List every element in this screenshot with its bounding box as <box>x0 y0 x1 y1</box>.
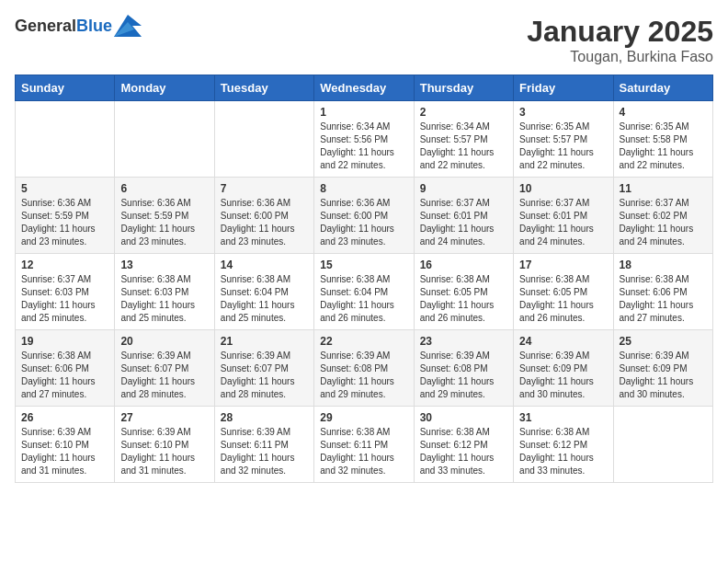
day-number: 16 <box>420 259 507 271</box>
day-number: 2 <box>420 106 507 119</box>
day-info: Sunrise: 6:37 AMSunset: 6:02 PMDaylight:… <box>620 197 707 248</box>
calendar-week-row: 12Sunrise: 6:37 AMSunset: 6:03 PMDayligh… <box>16 254 713 330</box>
day-number: 20 <box>120 335 208 348</box>
day-info: Sunrise: 6:37 AMSunset: 6:01 PMDaylight:… <box>420 197 507 248</box>
calendar-cell: 10Sunrise: 6:37 AMSunset: 6:01 PMDayligh… <box>514 178 613 254</box>
calendar-week-row: 1Sunrise: 6:34 AMSunset: 5:56 PMDaylight… <box>16 101 713 178</box>
day-number: 22 <box>320 335 407 348</box>
day-info: Sunrise: 6:39 AMSunset: 6:09 PMDaylight:… <box>519 350 607 401</box>
day-info: Sunrise: 6:36 AMSunset: 6:00 PMDaylight:… <box>221 197 308 248</box>
day-number: 11 <box>620 182 707 195</box>
day-of-week-header: Tuesday <box>214 75 313 101</box>
day-info: Sunrise: 6:37 AMSunset: 6:01 PMDaylight:… <box>519 197 607 248</box>
day-info: Sunrise: 6:36 AMSunset: 5:59 PMDaylight:… <box>120 197 208 248</box>
day-number: 23 <box>420 335 507 348</box>
calendar-cell: 28Sunrise: 6:39 AMSunset: 6:11 PMDayligh… <box>214 407 313 483</box>
day-info: Sunrise: 6:39 AMSunset: 6:10 PMDaylight:… <box>120 426 208 477</box>
day-number: 17 <box>519 259 607 271</box>
logo-blue: Blue <box>76 17 112 35</box>
day-info: Sunrise: 6:39 AMSunset: 6:07 PMDaylight:… <box>120 350 208 401</box>
calendar-cell: 22Sunrise: 6:39 AMSunset: 6:08 PMDayligh… <box>314 330 414 407</box>
logo-bird-icon <box>114 15 142 37</box>
day-number: 21 <box>221 335 308 348</box>
day-number: 6 <box>120 182 208 195</box>
calendar-cell: 30Sunrise: 6:38 AMSunset: 6:12 PMDayligh… <box>414 407 513 483</box>
calendar-cell: 20Sunrise: 6:39 AMSunset: 6:07 PMDayligh… <box>115 330 214 407</box>
calendar-table: SundayMondayTuesdayWednesdayThursdayFrid… <box>15 75 713 483</box>
day-number: 8 <box>320 182 407 195</box>
day-number: 5 <box>21 182 108 195</box>
calendar-cell <box>115 101 214 178</box>
calendar-cell: 14Sunrise: 6:38 AMSunset: 6:04 PMDayligh… <box>214 254 313 330</box>
day-number: 25 <box>620 335 707 348</box>
calendar-subtitle: Tougan, Burkina Faso <box>527 49 713 65</box>
day-info: Sunrise: 6:38 AMSunset: 6:05 PMDaylight:… <box>420 273 507 325</box>
calendar-cell: 26Sunrise: 6:39 AMSunset: 6:10 PMDayligh… <box>16 407 115 483</box>
day-info: Sunrise: 6:38 AMSunset: 6:05 PMDaylight:… <box>519 273 607 325</box>
calendar-cell: 12Sunrise: 6:37 AMSunset: 6:03 PMDayligh… <box>16 254 115 330</box>
day-info: Sunrise: 6:39 AMSunset: 6:11 PMDaylight:… <box>221 426 308 477</box>
calendar-cell: 9Sunrise: 6:37 AMSunset: 6:01 PMDaylight… <box>414 178 513 254</box>
day-info: Sunrise: 6:38 AMSunset: 6:03 PMDaylight:… <box>120 273 208 325</box>
day-info: Sunrise: 6:38 AMSunset: 6:11 PMDaylight:… <box>320 426 407 477</box>
day-of-week-header: Monday <box>115 75 214 101</box>
day-info: Sunrise: 6:36 AMSunset: 5:59 PMDaylight:… <box>21 197 108 248</box>
day-number: 10 <box>519 182 607 195</box>
day-number: 26 <box>21 411 108 424</box>
calendar-cell: 25Sunrise: 6:39 AMSunset: 6:09 PMDayligh… <box>613 330 712 407</box>
calendar-title: January 2025 <box>527 15 713 49</box>
calendar-cell: 8Sunrise: 6:36 AMSunset: 6:00 PMDaylight… <box>314 178 414 254</box>
logo-general: General <box>15 17 76 35</box>
day-number: 13 <box>120 259 208 271</box>
day-number: 29 <box>320 411 407 424</box>
calendar-cell <box>16 101 115 178</box>
day-info: Sunrise: 6:35 AMSunset: 5:57 PMDaylight:… <box>519 121 607 172</box>
day-info: Sunrise: 6:38 AMSunset: 6:12 PMDaylight:… <box>519 426 607 477</box>
day-info: Sunrise: 6:38 AMSunset: 6:06 PMDaylight:… <box>21 350 108 401</box>
calendar-cell: 3Sunrise: 6:35 AMSunset: 5:57 PMDaylight… <box>514 101 613 178</box>
day-of-week-header: Saturday <box>613 75 712 101</box>
day-of-week-header: Thursday <box>414 75 513 101</box>
day-number: 28 <box>221 411 308 424</box>
calendar-cell: 6Sunrise: 6:36 AMSunset: 5:59 PMDaylight… <box>115 178 214 254</box>
calendar-cell: 29Sunrise: 6:38 AMSunset: 6:11 PMDayligh… <box>314 407 414 483</box>
calendar-title-block: January 2025 Tougan, Burkina Faso <box>527 15 713 65</box>
day-info: Sunrise: 6:34 AMSunset: 5:56 PMDaylight:… <box>320 121 407 172</box>
day-info: Sunrise: 6:36 AMSunset: 6:00 PMDaylight:… <box>320 197 407 248</box>
calendar-cell: 18Sunrise: 6:38 AMSunset: 6:06 PMDayligh… <box>613 254 712 330</box>
day-of-week-header: Sunday <box>16 75 115 101</box>
day-number: 15 <box>320 259 407 271</box>
calendar-week-row: 26Sunrise: 6:39 AMSunset: 6:10 PMDayligh… <box>16 407 713 483</box>
calendar-cell: 7Sunrise: 6:36 AMSunset: 6:00 PMDaylight… <box>214 178 313 254</box>
calendar-cell: 27Sunrise: 6:39 AMSunset: 6:10 PMDayligh… <box>115 407 214 483</box>
logo: GeneralBlue <box>15 15 142 37</box>
calendar-cell: 19Sunrise: 6:38 AMSunset: 6:06 PMDayligh… <box>16 330 115 407</box>
day-info: Sunrise: 6:39 AMSunset: 6:08 PMDaylight:… <box>320 350 407 401</box>
day-number: 19 <box>21 335 108 348</box>
day-of-week-header: Wednesday <box>314 75 414 101</box>
calendar-cell: 5Sunrise: 6:36 AMSunset: 5:59 PMDaylight… <box>16 178 115 254</box>
day-number: 3 <box>519 106 607 119</box>
calendar-cell: 17Sunrise: 6:38 AMSunset: 6:05 PMDayligh… <box>514 254 613 330</box>
day-number: 18 <box>620 259 707 271</box>
calendar-week-row: 5Sunrise: 6:36 AMSunset: 5:59 PMDaylight… <box>16 178 713 254</box>
page-header: GeneralBlue January 2025 Tougan, Burkina… <box>15 15 713 65</box>
day-info: Sunrise: 6:39 AMSunset: 6:10 PMDaylight:… <box>21 426 108 477</box>
day-info: Sunrise: 6:38 AMSunset: 6:04 PMDaylight:… <box>221 273 308 325</box>
day-info: Sunrise: 6:37 AMSunset: 6:03 PMDaylight:… <box>21 273 108 325</box>
calendar-week-row: 19Sunrise: 6:38 AMSunset: 6:06 PMDayligh… <box>16 330 713 407</box>
calendar-cell: 31Sunrise: 6:38 AMSunset: 6:12 PMDayligh… <box>514 407 613 483</box>
logo-text: GeneralBlue <box>15 17 112 36</box>
day-info: Sunrise: 6:38 AMSunset: 6:04 PMDaylight:… <box>320 273 407 325</box>
day-info: Sunrise: 6:39 AMSunset: 6:08 PMDaylight:… <box>420 350 507 401</box>
calendar-cell: 16Sunrise: 6:38 AMSunset: 6:05 PMDayligh… <box>414 254 513 330</box>
calendar-cell: 11Sunrise: 6:37 AMSunset: 6:02 PMDayligh… <box>613 178 712 254</box>
calendar-cell: 2Sunrise: 6:34 AMSunset: 5:57 PMDaylight… <box>414 101 513 178</box>
calendar-cell <box>613 407 712 483</box>
calendar-cell <box>214 101 313 178</box>
day-number: 24 <box>519 335 607 348</box>
day-info: Sunrise: 6:38 AMSunset: 6:12 PMDaylight:… <box>420 426 507 477</box>
day-info: Sunrise: 6:38 AMSunset: 6:06 PMDaylight:… <box>620 273 707 325</box>
day-info: Sunrise: 6:34 AMSunset: 5:57 PMDaylight:… <box>420 121 507 172</box>
calendar-cell: 24Sunrise: 6:39 AMSunset: 6:09 PMDayligh… <box>514 330 613 407</box>
